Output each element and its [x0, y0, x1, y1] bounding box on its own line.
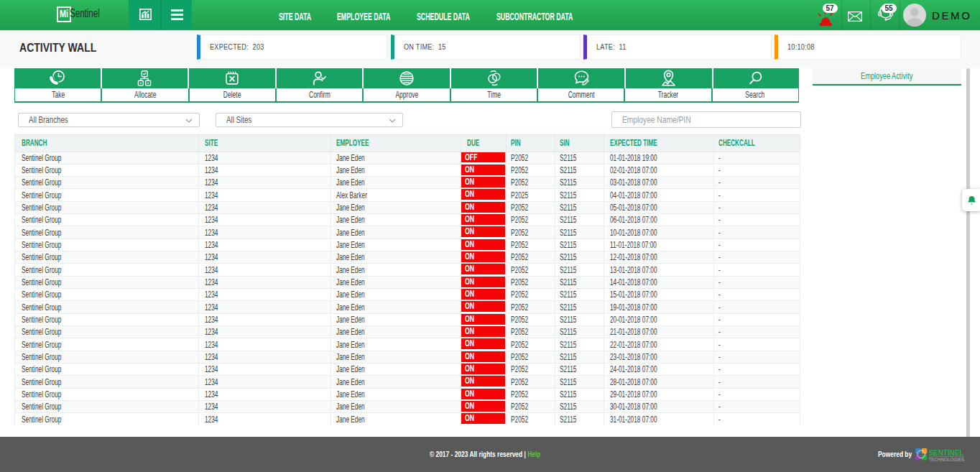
svg-text:TECHNOLOGIES: TECHNOLOGIES [929, 457, 965, 462]
svg-text:SENTINEL: SENTINEL [929, 448, 964, 457]
